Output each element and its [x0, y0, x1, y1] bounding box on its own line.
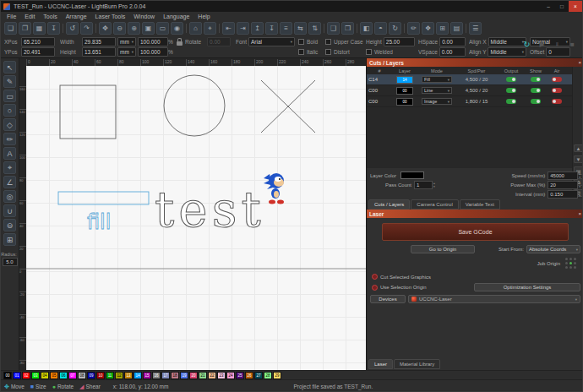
- welded-checkbox[interactable]: [366, 49, 372, 55]
- power-max-stepper[interactable]: ▴▾: [579, 182, 580, 188]
- layer-mode-select[interactable]: Fill▾: [422, 76, 452, 83]
- palette-swatch-27[interactable]: 27: [254, 372, 263, 379]
- layer-up-icon[interactable]: ▲: [574, 144, 583, 152]
- tab-variable-text[interactable]: Variable Text: [460, 199, 500, 210]
- tab-camera-control[interactable]: Camera Control: [411, 199, 458, 210]
- layer-row[interactable]: C0000Line▾4,500 / 20: [367, 85, 572, 96]
- close-panel-icon[interactable]: ×: [578, 60, 581, 65]
- distort-checkbox[interactable]: [325, 49, 331, 55]
- distribute-h-icon[interactable]: ⇆: [294, 22, 307, 35]
- align-left-icon[interactable]: ⇤: [222, 22, 235, 35]
- draw-lines-icon[interactable]: ✎: [3, 75, 16, 88]
- palette-swatch-07[interactable]: 07: [68, 372, 77, 379]
- text-height-input[interactable]: 25.00: [384, 37, 415, 46]
- ellipse-tool-icon[interactable]: ○: [3, 104, 16, 117]
- undo-icon[interactable]: ↺: [66, 22, 79, 35]
- layer-color-swatch[interactable]: 00: [396, 98, 413, 106]
- job-origin-dot[interactable]: [569, 266, 572, 269]
- align-bottom-icon[interactable]: ↧: [265, 22, 278, 35]
- palette-swatch-00[interactable]: 00: [3, 372, 12, 379]
- palette-swatch-11[interactable]: 11: [106, 372, 114, 379]
- layer-color-swatch[interactable]: 00: [396, 87, 413, 95]
- upper-case-checkbox[interactable]: [325, 39, 331, 45]
- menu-arrange[interactable]: Arrange: [62, 14, 91, 19]
- go-to-origin-icon[interactable]: ⌖: [204, 22, 216, 35]
- layer-show-toggle[interactable]: [531, 99, 541, 104]
- redo-icon[interactable]: ↷: [80, 22, 93, 35]
- measure-tool-icon[interactable]: ∠: [3, 176, 16, 188]
- italic-checkbox[interactable]: [298, 49, 304, 55]
- palette-swatch-18[interactable]: 18: [171, 372, 179, 379]
- mirror-h-icon[interactable]: ◧: [360, 22, 373, 35]
- palette-swatch-12[interactable]: 12: [115, 372, 123, 379]
- x-shape[interactable]: [261, 80, 315, 133]
- start-from-select[interactable]: Absolute Coords ▾: [526, 245, 580, 253]
- layer-row[interactable]: C1414Fill▾4,500 / 20: [367, 74, 572, 85]
- palette-swatch-17[interactable]: 17: [161, 372, 170, 379]
- layer-color-swatch[interactable]: 14: [396, 76, 413, 84]
- speed-stepper[interactable]: ▴▾: [579, 172, 580, 179]
- go-to-origin-button[interactable]: Go to Origin: [411, 245, 475, 253]
- layer-down-icon[interactable]: ▼: [574, 155, 583, 163]
- group-icon[interactable]: ❑: [327, 22, 340, 35]
- palette-swatch-03[interactable]: 03: [31, 372, 40, 379]
- new-file-icon[interactable]: ❏: [4, 22, 17, 35]
- rotate-cw-icon[interactable]: ↻: [389, 22, 401, 35]
- palette-swatch-14[interactable]: 14: [133, 372, 142, 379]
- polygon-tool-icon[interactable]: ◇: [3, 118, 16, 131]
- fill-text-shape[interactable]: fill: [87, 210, 111, 234]
- menu-help[interactable]: Help: [193, 14, 214, 19]
- square-shape[interactable]: [60, 85, 116, 139]
- palette-swatch-06[interactable]: 06: [59, 372, 68, 379]
- layer-output-toggle[interactable]: [506, 88, 516, 93]
- select-tool-icon[interactable]: ↖: [3, 61, 16, 74]
- width-unit-select[interactable]: mm▾: [117, 37, 136, 46]
- palette-swatch-19[interactable]: 19: [180, 372, 188, 379]
- trace-image-icon[interactable]: ❖: [422, 22, 434, 35]
- mirror-v-icon[interactable]: ◓: [374, 22, 387, 35]
- rotate-input[interactable]: 0.00: [207, 37, 231, 46]
- palette-swatch-09[interactable]: 09: [87, 372, 95, 379]
- grid-array-tool-icon[interactable]: ⊞: [3, 233, 16, 246]
- palette-swatch-26[interactable]: 26: [245, 372, 253, 379]
- height-scale-input[interactable]: 100.000: [138, 47, 168, 57]
- layer-row[interactable]: C0000Image▾1,800 / 15: [367, 96, 572, 107]
- align-right-icon[interactable]: ⇥: [237, 22, 249, 35]
- use-selection-indicator-icon[interactable]: [372, 285, 378, 291]
- dock-icon[interactable]: ☰: [469, 22, 482, 35]
- circle-shape[interactable]: [164, 75, 225, 136]
- sonic-image[interactable]: [264, 173, 284, 204]
- devices-button[interactable]: Devices: [370, 295, 406, 303]
- preview-icon[interactable]: ▭: [156, 22, 169, 35]
- layer-air-toggle[interactable]: [552, 99, 562, 104]
- sync-device-icon[interactable]: ↻: [520, 38, 533, 51]
- layer-show-toggle[interactable]: [531, 77, 541, 82]
- minimize-button[interactable]: –: [542, 1, 555, 12]
- palette-swatch-04[interactable]: 04: [41, 372, 49, 379]
- job-origin-dot[interactable]: [574, 266, 576, 269]
- frame-icon[interactable]: ▣: [142, 22, 155, 35]
- palette-swatch-20[interactable]: 20: [189, 372, 198, 379]
- palette-swatch-02[interactable]: 02: [22, 372, 30, 379]
- aspect-lock-icon[interactable]: [177, 41, 183, 46]
- job-origin-dot[interactable]: [574, 262, 576, 264]
- close-button[interactable]: ×: [569, 1, 582, 12]
- material-test-icon[interactable]: ▤: [450, 22, 463, 35]
- speed-input[interactable]: 45000: [548, 172, 578, 180]
- test-text-shape[interactable]: test: [155, 181, 265, 238]
- menu-edit[interactable]: Edit: [20, 14, 39, 19]
- drawing-area[interactable]: fill test: [26, 66, 366, 370]
- offset-shapes-icon[interactable]: ◎: [3, 190, 16, 203]
- pass-count-input[interactable]: 1: [414, 181, 433, 189]
- node-edit-icon[interactable]: ✏: [407, 22, 420, 35]
- palette-swatch-25[interactable]: 25: [236, 372, 244, 379]
- layer-mode-select[interactable]: Image▾: [422, 98, 452, 105]
- interval-input[interactable]: 0.150: [548, 190, 578, 199]
- job-origin-dot[interactable]: [569, 258, 572, 260]
- xpos-input[interactable]: 65.210: [21, 37, 55, 46]
- save-file-icon[interactable]: ▦: [33, 22, 46, 35]
- position-laser-icon[interactable]: ⌖: [3, 161, 16, 174]
- palette-swatch-01[interactable]: 01: [13, 372, 21, 379]
- align-top-icon[interactable]: ↥: [251, 22, 264, 35]
- grid-array-icon[interactable]: ⊞: [436, 22, 449, 35]
